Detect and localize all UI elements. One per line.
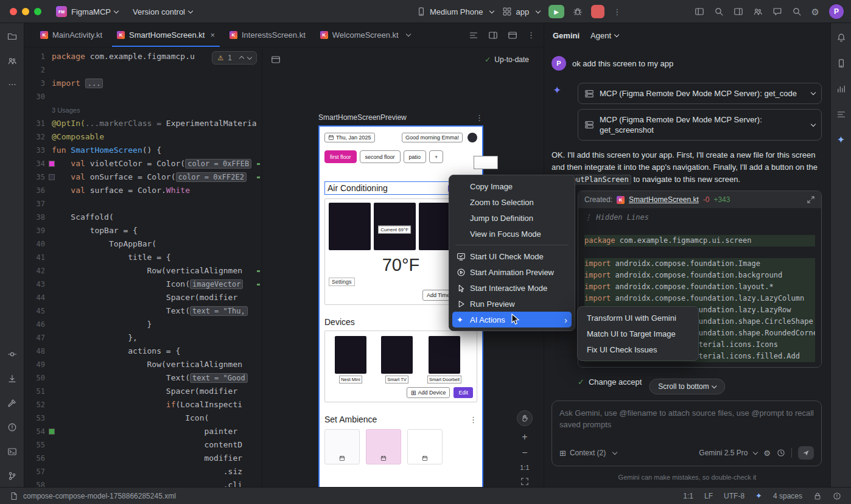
expand-chevron-icon[interactable]: [811, 90, 816, 95]
deletions-count: -0: [703, 195, 710, 204]
selection-handle[interactable]: [474, 156, 498, 169]
preview-view-options-icon[interactable]: [271, 55, 281, 65]
code-editor[interactable]: 1package com.example.figmamcp.u23import …: [24, 47, 262, 487]
menu-item-start-ui-check-mode[interactable]: Start UI Check Mode: [452, 248, 572, 264]
ai-status-icon[interactable]: ✦: [755, 492, 762, 500]
settings-icon[interactable]: ⚙: [811, 7, 819, 16]
menu-item-start-animation-preview[interactable]: Start Animation Preview: [452, 264, 572, 280]
status-file-name[interactable]: compose-compose-model-1758866285245.xml: [23, 492, 176, 500]
indent-setting[interactable]: 4 spaces: [773, 492, 802, 500]
collaboration-tool-icon[interactable]: [7, 56, 17, 66]
menu-item-jump-to-definition[interactable]: Jump to Definition: [452, 210, 572, 226]
expand-chevron-icon[interactable]: [811, 121, 816, 126]
gemini-tool-icon[interactable]: ✦: [837, 135, 845, 145]
profile-avatar[interactable]: P: [829, 4, 844, 19]
zoom-out-button[interactable]: −: [522, 448, 527, 458]
context-button[interactable]: ⊞ Context (2): [559, 449, 617, 458]
menu-item-run-preview[interactable]: Run Preview: [452, 296, 572, 312]
notifications-icon[interactable]: [836, 33, 846, 43]
code-with-me-icon[interactable]: [753, 7, 763, 16]
editor-layout-icon[interactable]: [734, 7, 743, 16]
preview-title: SmartHomeScreenPreview: [318, 113, 407, 122]
submenu-item-match-ui-to-target-image[interactable]: Match UI to Target Image: [581, 326, 695, 341]
detach-editor-icon[interactable]: [508, 30, 517, 40]
split-editor-icon[interactable]: [488, 30, 498, 40]
user-message: ok add this screen to my app: [572, 59, 673, 68]
prompt-history-icon[interactable]: [777, 449, 785, 457]
more-run-options-button[interactable]: ⋮: [613, 8, 621, 16]
run-configuration-selector[interactable]: app: [502, 7, 540, 16]
tool-call-card[interactable]: MCP (Figma Remote Dev Mode MCP Server): …: [578, 83, 822, 104]
gemini-settings-icon[interactable]: ⚙: [763, 449, 771, 457]
search-everywhere-icon[interactable]: [792, 7, 802, 16]
close-tab-icon[interactable]: ×: [210, 30, 215, 40]
color-swatch[interactable]: [49, 174, 55, 180]
previous-problem-icon[interactable]: [239, 56, 244, 61]
tool-windows-icon[interactable]: [695, 7, 704, 16]
stop-button[interactable]: [591, 5, 604, 18]
update-tool-icon[interactable]: [7, 374, 17, 383]
status-notifications-icon[interactable]: [833, 492, 841, 500]
next-problem-icon[interactable]: [247, 54, 252, 59]
model-selector[interactable]: Gemini 2.5 Pro: [699, 449, 757, 457]
more-tools-icon[interactable]: ⋯: [9, 80, 16, 88]
tab-list-icon[interactable]: [469, 30, 478, 40]
device-selector[interactable]: Medium Phone: [416, 7, 494, 16]
submenu-item-transform-ui-with-gemini[interactable]: Transform UI with Gemini: [581, 310, 695, 326]
git-branch-tool-icon[interactable]: [7, 471, 17, 481]
project-menu[interactable]: FM FigmaMCP: [56, 6, 118, 17]
structure-icon[interactable]: [836, 110, 846, 119]
diff-code-line: package com.example.figmamcp.ui.screen: [584, 235, 815, 247]
debug-button[interactable]: [573, 7, 583, 16]
send-button[interactable]: [798, 446, 814, 460]
pan-button[interactable]: [517, 410, 533, 426]
tab-interestsscreen-kt[interactable]: KInterestsScreen.kt: [222, 23, 313, 47]
tab-agent[interactable]: Agent: [590, 31, 618, 40]
tool-call-card[interactable]: MCP (Figma Remote Dev Mode MCP Server): …: [578, 109, 822, 141]
created-file-link[interactable]: SmartHomeScreen.kt: [629, 195, 699, 204]
inspection-widget[interactable]: ⚠ 1: [212, 51, 257, 65]
find-icon[interactable]: [714, 7, 724, 16]
run-button[interactable]: ▶: [548, 5, 564, 18]
project-tool-icon[interactable]: [7, 32, 17, 41]
submenu-item-fix-ui-check-issues[interactable]: Fix UI Check Issues: [581, 341, 695, 357]
version-control-menu[interactable]: Version control: [133, 7, 192, 16]
menu-item-zoom-to-selection[interactable]: Zoom to Selection: [452, 194, 572, 210]
line-ending[interactable]: LF: [704, 492, 713, 500]
app-insights-icon[interactable]: [836, 84, 846, 94]
terminal-tool-icon[interactable]: [7, 447, 17, 457]
maximize-window-button[interactable]: [34, 8, 41, 15]
ai-chat-icon[interactable]: [772, 7, 782, 16]
tab-gemini[interactable]: Gemini: [553, 31, 580, 40]
zoom-in-button[interactable]: +: [522, 432, 527, 442]
gemini-prompt-input[interactable]: Ask Gemini, use @filename to attach sour…: [559, 407, 814, 430]
tab-mainactivity-kt[interactable]: KMainActivity.kt: [33, 23, 110, 47]
zoom-level-button[interactable]: 1:1: [520, 464, 529, 471]
editor-options-icon[interactable]: ⋮: [527, 31, 535, 39]
caret-position[interactable]: 1:1: [683, 492, 693, 500]
tab-label: SmartHomeScreen.kt: [129, 30, 205, 40]
build-tool-icon[interactable]: [7, 398, 17, 408]
commit-tool-icon[interactable]: [7, 349, 17, 359]
menu-item-view-in-focus-mode[interactable]: View in Focus Mode: [452, 226, 572, 242]
open-diff-icon[interactable]: [807, 195, 815, 204]
menu-item-start-interactive-mode[interactable]: Start Interactive Mode: [452, 280, 572, 296]
close-window-button[interactable]: [10, 8, 17, 15]
zoom-to-fit-button[interactable]: [520, 477, 529, 486]
minimize-window-button[interactable]: [22, 8, 29, 15]
tab-welcomescreen-kt[interactable]: KWelcomeScreen.kt: [313, 23, 418, 47]
color-swatch[interactable]: [49, 161, 55, 167]
scroll-to-bottom-button[interactable]: Scroll to bottom: [649, 379, 725, 394]
color-swatch[interactable]: [49, 429, 55, 435]
file-encoding[interactable]: UTF-8: [724, 492, 744, 500]
usages-hint[interactable]: 3 Usages: [52, 107, 80, 114]
menu-item-ai-actions[interactable]: ✦AI Actions›: [452, 312, 572, 327]
tab-dropdown-icon[interactable]: [405, 32, 410, 37]
hidden-lines-marker[interactable]: ⋮ Hidden Lines: [584, 211, 815, 223]
running-devices-icon[interactable]: [836, 58, 846, 68]
readonly-lock-icon[interactable]: [813, 492, 822, 500]
menu-item-copy-image[interactable]: Copy Image: [452, 178, 572, 194]
tab-smarthomescreen-kt[interactable]: KSmartHomeScreen.kt×: [110, 23, 222, 47]
problems-tool-icon[interactable]: [7, 422, 17, 432]
preview-menu-icon[interactable]: ⋮: [475, 114, 483, 122]
